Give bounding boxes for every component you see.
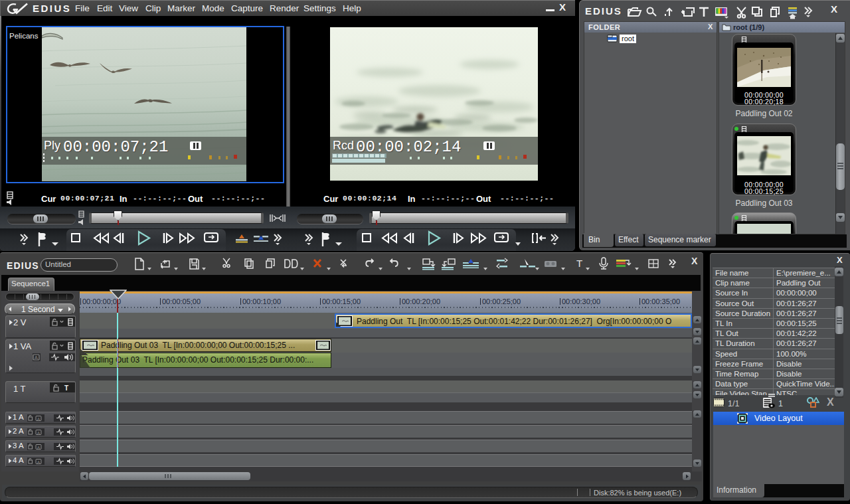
svg-text:T: T: [576, 258, 582, 269]
svg-text:A: A: [35, 355, 38, 360]
svg-text:A: A: [37, 446, 40, 450]
svg-text:A: A: [37, 460, 40, 464]
svg-text:A: A: [37, 417, 40, 421]
svg-text:T: T: [64, 384, 68, 392]
svg-text:A: A: [37, 431, 40, 435]
